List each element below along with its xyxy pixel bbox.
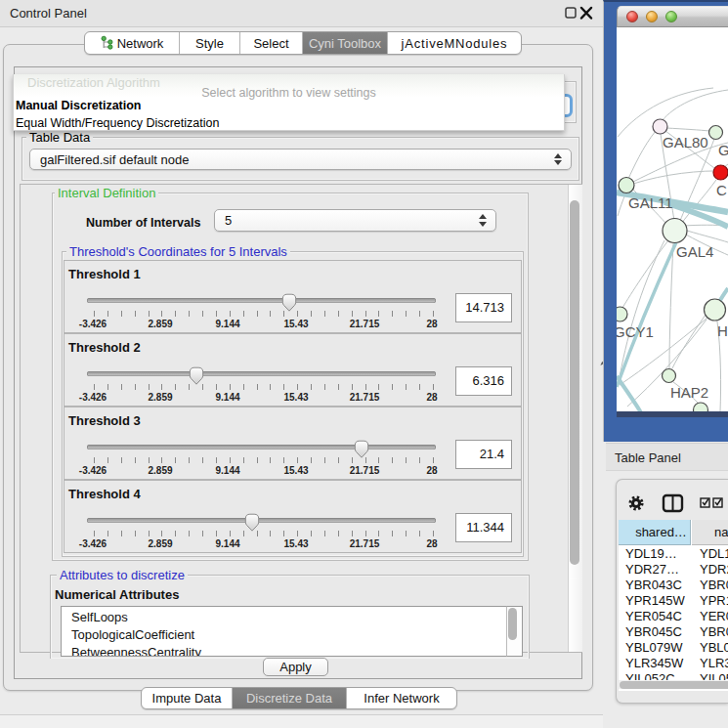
svg-text:GA: GA (718, 142, 728, 158)
svg-text:HAP2: HAP2 (670, 384, 708, 401)
svg-text:GAL80: GAL80 (663, 134, 708, 150)
svg-text:H: H (717, 322, 728, 339)
svg-text:GAL11: GAL11 (628, 194, 673, 211)
svg-text:GAL4: GAL4 (676, 243, 713, 260)
svg-text:GCY1: GCY1 (617, 323, 654, 340)
svg-text:C: C (716, 182, 727, 198)
